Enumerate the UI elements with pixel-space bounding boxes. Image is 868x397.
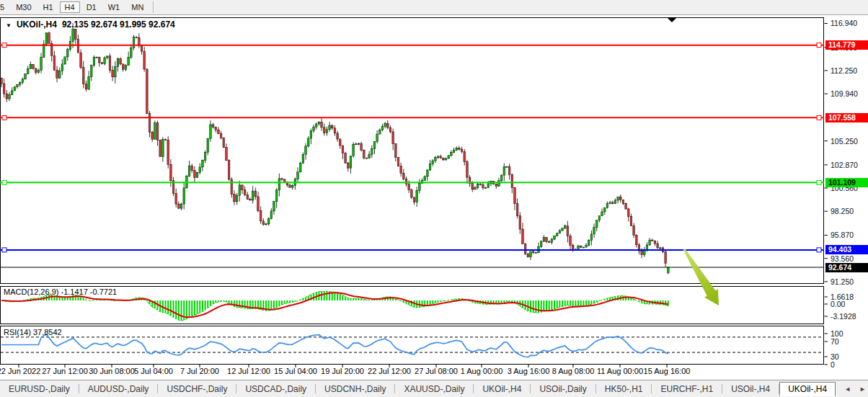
price-tick-label: 116.940 [831, 19, 857, 27]
tab-usoilh4[interactable]: USOil-,H4 [722, 382, 779, 396]
price-tick-label: 105.250 [831, 137, 858, 146]
candlesticks [1, 23, 669, 274]
tab-scroll-arrows: ◄► [836, 385, 868, 393]
tab-hk50h1[interactable]: HK50-,H1 [596, 382, 652, 396]
date-tick-label: 27 Jun 12:00 [42, 367, 88, 375]
date-tick-label: 19 Jul 20:00 [321, 367, 364, 375]
tab-scroll-left-icon[interactable]: ◄ [844, 385, 851, 393]
trading-terminal: { "toolbar": { "timeframes": ["5", "M30"… [0, 0, 868, 397]
hline-handle [2, 248, 6, 252]
down-arrow-annotation[interactable] [683, 249, 719, 305]
timeframe-button-5[interactable]: 5 [0, 1, 9, 13]
price-tick-label: 112.250 [831, 66, 857, 75]
date-tick-label: 3 Aug 16:00 [508, 367, 550, 375]
indicator-scale-label: 0 [831, 360, 835, 369]
indicator-scale-label: 0.00 [831, 300, 845, 308]
date-tick-label: 22 Jul 12:00 [368, 367, 411, 375]
timeframe-button-h1[interactable]: H1 [38, 1, 58, 13]
toolbar-separator [153, 1, 154, 13]
indicator-scale-label: 70 [831, 337, 839, 346]
hline-handle [817, 115, 821, 120]
date-tick-label: 22 Jun 2022 [0, 367, 40, 375]
date-tick-label: 15 Aug 16:00 [644, 367, 691, 375]
price-tick-label: 109.940 [831, 89, 858, 98]
tab-scroll-right-icon[interactable]: ► [859, 385, 866, 393]
hline-handle [817, 180, 821, 184]
date-tick-label: 5 Jul 04:00 [134, 367, 173, 375]
date-tick-label: 11 Aug 00:00 [597, 367, 643, 375]
tab-xauusddaily[interactable]: XAUUSD-,Daily [395, 382, 473, 396]
hline-handle [2, 43, 6, 48]
timeframe-button-d1[interactable]: D1 [81, 1, 102, 13]
chart-ohlc-readout: 92.135 92.674 91.995 92.674 [62, 19, 175, 30]
hline-handle [2, 180, 6, 184]
date-tick-label: 1 Aug 00:00 [461, 367, 503, 375]
date-tick-label: 30 Jun 08:00 [89, 367, 135, 375]
date-tick-label: 8 Aug 08:00 [552, 367, 595, 375]
price-badge-94.403: 94.403 [825, 245, 868, 254]
tab-eurusddaily[interactable]: EURUSD-,Daily [0, 382, 79, 396]
date-tick-label: 7 Jul 20:00 [180, 367, 219, 375]
tab-eurchfh1[interactable]: EURCHF-,H1 [652, 382, 722, 396]
price-tick-label: 98.250 [831, 207, 854, 215]
price-tick-label: 102.870 [831, 161, 858, 169]
price-badge-107.558: 107.558 [825, 113, 868, 122]
tab-usdchfdaily[interactable]: USDCHF-,Daily [158, 382, 236, 396]
tab-usoildaily[interactable]: USOil-,Daily [531, 382, 595, 396]
timeframe-button-m30[interactable]: M30 [11, 1, 36, 13]
hline-handle [817, 43, 821, 48]
date-tick-label: 12 Jul 12:00 [227, 367, 270, 375]
rsi-label: RSI(14) 37.8542 [4, 328, 62, 336]
tab-ukoilh4[interactable]: UKOil-,H4 [474, 382, 530, 396]
timeframe-button-h4[interactable]: H4 [60, 1, 80, 13]
price-badge-114.779: 114.779 [825, 40, 868, 50]
timeframe-toolbar: 5M30H1H4D1W1MN [0, 0, 868, 15]
tab-usdcaddaily[interactable]: USDCAD-,Daily [236, 382, 315, 396]
price-badge-101.109: 101.109 [825, 178, 868, 187]
chart-title: ▼ UKOil-,H4 92.135 92.674 91.995 92.674 [6, 19, 175, 30]
tab-audusddaily[interactable]: AUDUSD-,Daily [79, 382, 158, 396]
hline-handle [817, 248, 821, 252]
symbol-tab-bar: EURUSD-,DailyAUDUSD-,DailyUSDCHF-,DailyU… [0, 380, 868, 397]
macd-label: MACD(12,26,9) -1.1417 -0.7721 [4, 287, 117, 296]
price-tick-label: 93.560 [831, 254, 854, 263]
tab-ukoilh4[interactable]: UKOil-,H4 [779, 382, 836, 396]
timeframe-button-w1[interactable]: W1 [103, 1, 125, 13]
chart-canvas[interactable] [0, 0, 868, 380]
hline-handle [2, 115, 6, 120]
chart-symbol-period: UKOil-,H4 [17, 19, 57, 30]
tab-usdcnhdaily[interactable]: USDCNH-,Daily [316, 382, 394, 396]
chart-dropdown-icon[interactable]: ▼ [6, 22, 12, 29]
date-tick-label: 27 Jul 08:00 [415, 367, 458, 375]
price-tick-label: 95.870 [831, 231, 854, 239]
rsi-line [1, 334, 668, 357]
price-badge-92.674: 92.674 [825, 263, 868, 272]
price-tick-label: 91.250 [831, 277, 854, 286]
timeframe-button-mn[interactable]: MN [126, 1, 149, 13]
indicator-scale-label: -3.1928 [831, 312, 856, 321]
shift-end-marker-icon[interactable] [668, 18, 676, 22]
date-tick-label: 15 Jul 04:00 [274, 367, 317, 375]
